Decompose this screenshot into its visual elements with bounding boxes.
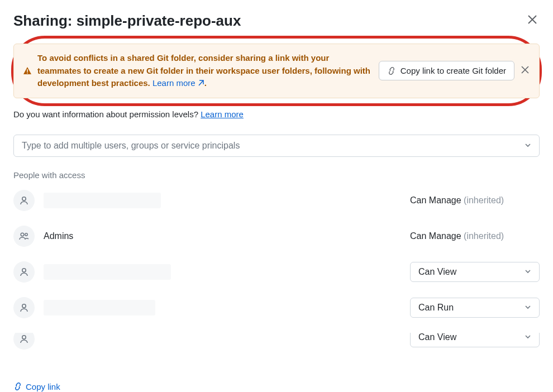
alert-learn-more-link[interactable]: Learn more <box>152 78 204 88</box>
svg-point-4 <box>25 233 27 235</box>
principal-name <box>44 300 410 315</box>
warning-icon <box>23 66 32 75</box>
svg-rect-1 <box>27 73 28 74</box>
svg-rect-0 <box>27 69 28 72</box>
access-row: Admins Can Manage (inherited) <box>13 226 540 247</box>
permission-learn-more-link[interactable]: Learn more <box>201 109 244 119</box>
chevron-down-icon <box>525 267 531 277</box>
add-users-placeholder: Type to add multiple users, groups or se… <box>22 141 240 151</box>
svg-point-2 <box>22 197 26 200</box>
alert-banner: To avoid conflicts in a shared Git folde… <box>13 44 540 98</box>
chevron-down-icon <box>525 333 531 342</box>
permission-select[interactable]: Can View <box>410 333 540 347</box>
add-users-input[interactable]: Type to add multiple users, groups or se… <box>13 135 540 157</box>
permission-select[interactable]: Can Run <box>410 298 540 318</box>
link-icon <box>13 382 22 391</box>
permission-value: Can View <box>418 333 456 342</box>
permission-value: Can View <box>418 267 456 277</box>
chevron-down-icon <box>525 141 531 151</box>
user-icon <box>13 333 35 350</box>
chevron-down-icon <box>525 303 531 313</box>
permission-value: Can Run <box>418 303 454 313</box>
svg-point-5 <box>22 268 26 271</box>
access-row: Can Run <box>13 297 540 318</box>
permission-label: Can Manage (inherited) <box>410 195 540 205</box>
svg-point-3 <box>21 233 24 236</box>
redacted-name <box>44 193 161 208</box>
user-icon <box>13 297 35 318</box>
redacted-name <box>44 300 155 315</box>
principal-name: Admins <box>44 231 410 241</box>
dialog-title: Sharing: simple-private-repo-aux <box>13 12 241 30</box>
copy-link-label: Copy link <box>26 382 60 391</box>
access-row: Can View <box>13 333 540 353</box>
access-row: Can View <box>13 261 540 283</box>
svg-point-6 <box>22 304 26 307</box>
copy-link-button[interactable]: Copy link <box>13 382 60 391</box>
alert-text: To avoid conflicts in a shared Git folde… <box>37 52 373 90</box>
permission-label: Can Manage (inherited) <box>410 231 540 241</box>
link-icon <box>387 66 396 75</box>
close-icon[interactable] <box>525 11 540 30</box>
principal-name <box>44 264 410 280</box>
access-row: Can Manage (inherited) <box>13 190 540 211</box>
group-icon <box>13 226 35 247</box>
redacted-name <box>44 264 171 280</box>
svg-point-7 <box>22 335 26 338</box>
principal-name <box>44 193 410 208</box>
permission-select[interactable]: Can View <box>410 262 540 282</box>
alert-close-icon[interactable] <box>520 65 530 77</box>
copy-link-git-folder-button[interactable]: Copy link to create Git folder <box>379 61 514 80</box>
alert-highlighted: To avoid conflicts in a shared Git folde… <box>13 44 540 98</box>
user-icon <box>13 261 35 283</box>
copy-link-git-folder-label: Copy link to create Git folder <box>401 66 506 75</box>
dialog-header: Sharing: simple-private-repo-aux <box>13 11 540 30</box>
permission-info-line: Do you want information about permission… <box>13 109 540 119</box>
people-access-label: People with access <box>13 170 540 180</box>
user-icon <box>13 190 35 211</box>
